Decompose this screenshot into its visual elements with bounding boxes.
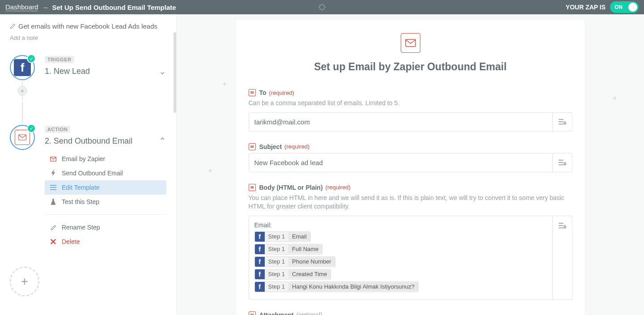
svg-point-4	[564, 163, 566, 165]
pencil-icon	[49, 225, 57, 230]
action-step-icon[interactable]: ✓	[10, 125, 35, 150]
header-bar: Dashboard → Set Up Send Outbound Email T…	[0, 0, 644, 14]
svg-rect-2	[406, 39, 415, 47]
data-pill[interactable]: fStep 1Email	[254, 231, 311, 242]
body-pill-row: fStep 1Phone Number	[254, 256, 547, 267]
substep-label: Delete	[62, 238, 80, 245]
svg-point-5	[564, 226, 566, 228]
substep-event[interactable]: Send Outbound Email	[45, 166, 166, 180]
pill-step: Step 1	[265, 246, 289, 252]
delete-icon	[49, 239, 57, 244]
pill-step: Step 1	[265, 271, 289, 277]
plus-icon: +	[612, 94, 617, 103]
required-tag: (required)	[269, 89, 294, 96]
optional-tag: (optional)	[297, 311, 322, 315]
plus-icon: +	[222, 80, 227, 89]
substep-app[interactable]: Email by Zapier	[45, 152, 166, 166]
required-tag: (required)	[284, 143, 309, 150]
body-prefix-text: Email:	[254, 221, 547, 229]
data-pill[interactable]: fStep 1Full Name	[254, 244, 323, 255]
mail-icon	[15, 130, 30, 145]
zap-status-label: YOUR ZAP IS	[566, 4, 606, 11]
insert-data-button[interactable]	[553, 112, 572, 132]
field-to-label: To	[259, 89, 267, 96]
substep-rename[interactable]: Rename Step	[45, 220, 166, 234]
body-pill-row: fStep 1Hangi Konu Hakkında Bilgi Almak I…	[254, 281, 547, 292]
check-icon: ✓	[27, 54, 36, 63]
substep-label: Email by Zapier	[62, 155, 105, 162]
body-pill-row: fStep 1Created Time	[254, 269, 547, 280]
pill-step: Step 1	[265, 283, 289, 290]
pill-field: Created Time	[288, 270, 330, 278]
pill-field: Hangi Konu Hakkında Bilgi Almak Istiyors…	[288, 282, 418, 291]
svg-rect-0	[19, 135, 26, 140]
pencil-icon[interactable]	[10, 23, 16, 29]
substep-label: Edit Template	[62, 184, 100, 191]
mail-icon: ✉	[249, 184, 256, 191]
data-pill[interactable]: fStep 1Created Time	[254, 269, 331, 280]
data-pill[interactable]: fStep 1Hangi Konu Hakkında Bilgi Almak I…	[254, 281, 419, 292]
mail-icon	[401, 33, 420, 53]
substep-template[interactable]: Edit Template	[45, 180, 166, 195]
trigger-badge: TRIGGER	[45, 56, 74, 63]
insert-data-button[interactable]	[553, 216, 572, 300]
insert-data-button[interactable]	[553, 153, 572, 172]
substep-test[interactable]: Test this Step	[45, 195, 166, 209]
body-input[interactable]: Email: fStep 1EmailfStep 1Full NamefStep…	[249, 216, 553, 300]
facebook-icon: f	[255, 257, 265, 267]
panel-title: Set up Email by Zapier Outbound Email	[249, 61, 572, 73]
page-title: Set Up Send Outbound Email Template	[52, 4, 176, 11]
facebook-icon: f	[255, 282, 265, 292]
mail-icon: ✉	[249, 143, 256, 150]
trigger-title: 1. New Lead	[45, 67, 90, 76]
setup-panel: Set up Email by Zapier Outbound Email ✉ …	[236, 20, 585, 315]
check-icon: ✓	[27, 124, 36, 133]
substep-label: Send Outbound Email	[62, 170, 123, 177]
add-step-node[interactable]: +	[17, 86, 27, 96]
plus-icon: +	[208, 166, 213, 176]
field-body-label: Body (HTML or Plain)	[259, 184, 323, 191]
substep-delete[interactable]: Delete	[45, 234, 166, 249]
trigger-step-row[interactable]: 1. New Lead ⌄	[45, 66, 166, 77]
facebook-icon: f	[255, 269, 265, 279]
action-step-row[interactable]: 2. Send Outbound Email ⌃	[45, 136, 166, 146]
flask-icon	[49, 199, 57, 205]
pill-field: Email	[288, 232, 310, 241]
substep-label: Rename Step	[62, 224, 100, 231]
pill-field: Phone Number	[288, 257, 335, 266]
data-pill[interactable]: fStep 1Phone Number	[254, 256, 335, 267]
body-pill-row: fStep 1Full Name	[254, 244, 547, 255]
breadcrumb-arrow-icon: →	[42, 4, 48, 11]
add-note-link[interactable]: Add a note	[10, 34, 38, 41]
subject-input[interactable]	[249, 153, 553, 172]
field-to-help: Can be a comma separated list of emails.…	[249, 99, 572, 108]
bolt-icon	[49, 170, 57, 176]
chevron-up-icon: ⌃	[159, 136, 166, 146]
pill-field: Full Name	[288, 245, 322, 253]
action-title: 2. Send Outbound Email	[45, 136, 132, 146]
zap-name[interactable]: Get emails with new Facebook Lead Ads le…	[18, 22, 157, 30]
pill-step: Step 1	[265, 258, 289, 265]
mail-icon: ✉	[249, 89, 256, 96]
list-icon	[49, 185, 57, 190]
breadcrumb-dashboard[interactable]: Dashboard	[5, 3, 38, 11]
facebook-icon: f	[255, 232, 265, 242]
svg-point-3	[564, 122, 566, 124]
substep-label: Test this Step	[62, 198, 99, 205]
zap-toggle[interactable]: ON	[610, 1, 639, 13]
add-step-button[interactable]: +	[10, 267, 39, 296]
loading-spinner-icon	[318, 3, 326, 11]
body-pill-row: fStep 1Email	[254, 231, 547, 242]
sidebar: Get emails with new Facebook Lead Ads le…	[0, 14, 177, 315]
trigger-step-icon[interactable]: f ✓	[10, 55, 35, 80]
scrollbar[interactable]	[174, 32, 176, 113]
to-input[interactable]	[249, 112, 553, 132]
mail-icon	[49, 157, 57, 162]
required-tag: (required)	[326, 184, 351, 191]
field-attachment-label: Attachment	[259, 311, 294, 315]
field-body-help: You can place HTML in here and we will s…	[249, 194, 572, 211]
editor-canvas: + + + Set up Email by Zapier Outbound Em…	[177, 14, 644, 315]
field-subject-label: Subject	[259, 143, 282, 150]
mail-icon: ✉	[249, 311, 256, 315]
action-badge: ACTION	[45, 126, 70, 133]
